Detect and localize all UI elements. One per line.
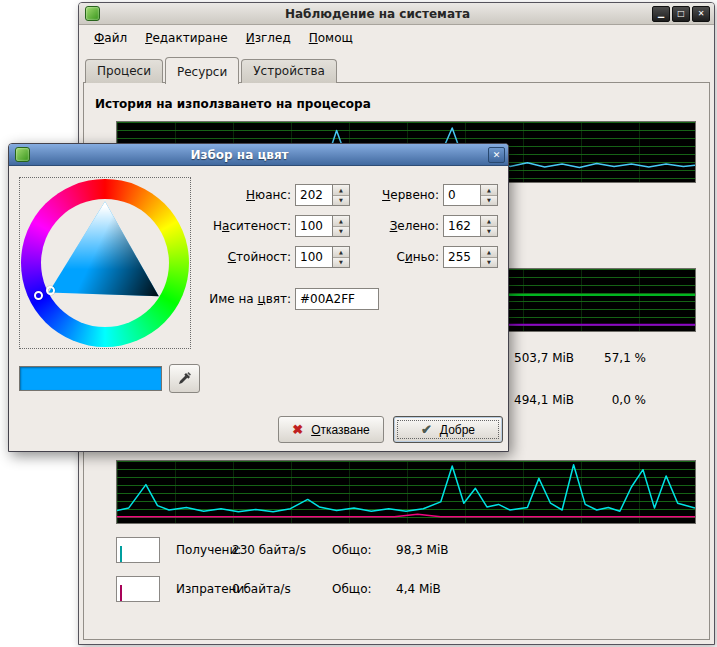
eyedropper-button[interactable] bbox=[169, 364, 200, 393]
dialog-app-icon bbox=[15, 147, 30, 162]
blue-input[interactable] bbox=[444, 247, 480, 267]
dialog-titlebar[interactable]: Избор на цвят ✕ bbox=[9, 144, 508, 166]
main-titlebar[interactable]: Наблюдение на системата ▁ □ ✕ bbox=[79, 3, 714, 25]
blue-spinbox: ▲ ▼ bbox=[443, 246, 498, 268]
hue-ring-marker[interactable] bbox=[34, 291, 43, 300]
spin-up-icon: ▲ bbox=[487, 187, 491, 193]
hue-label: Нюанс: bbox=[149, 184, 291, 206]
tab-processes[interactable]: Процеси bbox=[85, 59, 163, 83]
blue-label: Синьо: bbox=[339, 246, 439, 268]
cancel-x-icon: ✖ bbox=[292, 422, 303, 437]
red-label: Червено: bbox=[339, 184, 439, 206]
spin-down-icon: ▼ bbox=[487, 228, 491, 234]
value-label: Стойност: bbox=[149, 246, 291, 268]
memory-amount: 503,7 MiB bbox=[514, 349, 574, 367]
network-history-chart bbox=[116, 460, 696, 524]
cpu-history-title: История на използването на процесора bbox=[95, 97, 371, 111]
dialog-title: Избор на цвят bbox=[35, 144, 444, 166]
system-monitor-app-icon bbox=[85, 6, 100, 21]
green-spinbox: ▲ ▼ bbox=[443, 215, 498, 237]
value-input[interactable] bbox=[296, 247, 332, 267]
cancel-button-label: Отказване bbox=[311, 423, 370, 437]
received-total-label: Общо: bbox=[332, 537, 372, 563]
dialog-close-button[interactable]: ✕ bbox=[488, 147, 505, 163]
green-label: Зелено: bbox=[339, 215, 439, 237]
hue-input[interactable] bbox=[296, 185, 332, 205]
main-window-title: Наблюдение на системата bbox=[105, 3, 650, 25]
received-total: 98,3 MiB bbox=[396, 537, 448, 563]
tab-strip: Процеси Ресурси Устройства bbox=[85, 57, 339, 83]
sent-color-button[interactable] bbox=[116, 576, 160, 602]
menu-view[interactable]: Изглед bbox=[237, 27, 300, 49]
close-button[interactable]: ✕ bbox=[692, 6, 710, 22]
swap-percent: 0,0 % bbox=[582, 391, 646, 409]
received-color-button[interactable] bbox=[116, 537, 160, 563]
green-spin-up-button[interactable]: ▲ bbox=[481, 216, 497, 227]
received-rate: 230 байта/s bbox=[232, 537, 306, 563]
saturation-label: Наситеност: bbox=[149, 215, 291, 237]
blue-spin-up-button[interactable]: ▲ bbox=[481, 247, 497, 258]
green-spin-down-button[interactable]: ▼ bbox=[481, 227, 497, 237]
menubar: Файл Редактиране Изглед Помощ bbox=[79, 25, 714, 51]
received-legend-row: Получени: 230 байта/s Общо: 98,3 MiB bbox=[116, 537, 697, 563]
green-spin-buttons: ▲ ▼ bbox=[480, 216, 497, 236]
window-controls: ▁ □ ✕ bbox=[652, 6, 710, 22]
spin-up-icon: ▲ bbox=[487, 218, 491, 224]
sent-color-swatch bbox=[120, 585, 122, 601]
swap-amount: 494,1 MiB bbox=[514, 391, 574, 409]
spin-down-icon: ▼ bbox=[487, 259, 491, 265]
triangle-marker[interactable] bbox=[46, 286, 55, 295]
minimize-button[interactable]: ▁ bbox=[652, 6, 670, 22]
ok-button[interactable]: ✔ Добре bbox=[393, 416, 503, 443]
sent-total-label: Общо: bbox=[332, 576, 372, 602]
selected-color-preview bbox=[19, 366, 162, 391]
menu-help[interactable]: Помощ bbox=[300, 27, 362, 49]
ok-check-icon: ✔ bbox=[421, 422, 432, 437]
green-input[interactable] bbox=[444, 216, 480, 236]
red-spin-up-button[interactable]: ▲ bbox=[481, 185, 497, 196]
spin-up-icon: ▲ bbox=[487, 249, 491, 255]
saturation-input[interactable] bbox=[296, 216, 332, 236]
spin-down-icon: ▼ bbox=[487, 197, 491, 203]
blue-spin-down-button[interactable]: ▼ bbox=[481, 258, 497, 268]
tab-resources[interactable]: Ресурси bbox=[165, 57, 239, 84]
red-spinbox: ▲ ▼ bbox=[443, 184, 498, 206]
menu-file[interactable]: Файл bbox=[85, 27, 136, 49]
cancel-button[interactable]: ✖ Отказване bbox=[278, 416, 384, 443]
tab-devices[interactable]: Устройства bbox=[241, 59, 337, 83]
eyedropper-icon bbox=[177, 371, 192, 386]
sent-rate: 0 байта/s bbox=[232, 576, 291, 602]
red-input[interactable] bbox=[444, 185, 480, 205]
maximize-button[interactable]: □ bbox=[672, 6, 690, 22]
color-name-label: Име на цвят: bbox=[149, 288, 291, 310]
color-name-input[interactable] bbox=[295, 288, 379, 310]
sent-legend-row: Изпратени: 0 байта/s Общо: 4,4 MiB bbox=[116, 576, 697, 602]
color-picker-dialog: Избор на цвят ✕ Нюанс: ▲ ▼ Червено: bbox=[8, 143, 509, 452]
blue-spin-buttons: ▲ ▼ bbox=[480, 247, 497, 267]
menu-edit[interactable]: Редактиране bbox=[136, 27, 237, 49]
ok-button-label: Добре bbox=[440, 423, 475, 437]
memory-percent: 57,1 % bbox=[582, 349, 646, 367]
red-spin-down-button[interactable]: ▼ bbox=[481, 196, 497, 206]
red-spin-buttons: ▲ ▼ bbox=[480, 185, 497, 205]
sent-total: 4,4 MiB bbox=[396, 576, 441, 602]
received-color-swatch bbox=[120, 546, 122, 562]
